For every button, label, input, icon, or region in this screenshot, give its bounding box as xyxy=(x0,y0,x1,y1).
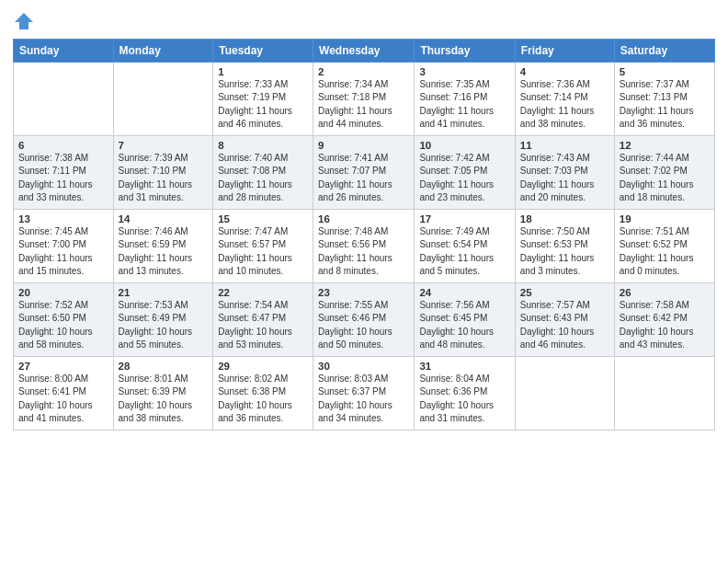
day-info: Sunrise: 7:38 AMSunset: 7:11 PMDaylight:… xyxy=(18,152,108,205)
day-info: Sunrise: 7:42 AMSunset: 7:05 PMDaylight:… xyxy=(419,152,509,205)
day-info: Sunrise: 7:54 AMSunset: 6:47 PMDaylight:… xyxy=(218,299,308,352)
day-number: 7 xyxy=(119,140,209,151)
calendar-week-row: 13Sunrise: 7:45 AMSunset: 7:00 PMDayligh… xyxy=(14,209,715,282)
calendar-week-row: 27Sunrise: 8:00 AMSunset: 6:41 PMDayligh… xyxy=(14,356,715,430)
day-number: 21 xyxy=(119,287,209,298)
day-of-week-saturday: Saturday xyxy=(614,39,714,62)
day-info: Sunrise: 7:45 AMSunset: 7:00 PMDaylight:… xyxy=(18,225,108,279)
calendar-week-row: 20Sunrise: 7:52 AMSunset: 6:50 PMDayligh… xyxy=(14,282,715,356)
calendar-cell: 28Sunrise: 8:01 AMSunset: 6:39 PMDayligh… xyxy=(113,356,213,430)
calendar-cell: 10Sunrise: 7:42 AMSunset: 7:05 PMDayligh… xyxy=(415,135,515,209)
day-number: 22 xyxy=(218,287,308,298)
calendar-cell: 18Sunrise: 7:50 AMSunset: 6:53 PMDayligh… xyxy=(515,209,614,282)
calendar-cell: 29Sunrise: 8:02 AMSunset: 6:38 PMDayligh… xyxy=(213,356,313,430)
calendar-table: SundayMondayTuesdayWednesdayThursdayFrid… xyxy=(13,39,715,431)
calendar-cell: 23Sunrise: 7:55 AMSunset: 6:46 PMDayligh… xyxy=(313,282,415,356)
day-info: Sunrise: 7:56 AMSunset: 6:45 PMDaylight:… xyxy=(419,299,509,352)
day-number: 14 xyxy=(119,213,209,224)
day-info: Sunrise: 7:46 AMSunset: 6:59 PMDaylight:… xyxy=(119,225,209,279)
day-number: 29 xyxy=(218,361,308,372)
calendar-cell: 2Sunrise: 7:34 AMSunset: 7:18 PMDaylight… xyxy=(313,62,415,135)
logo xyxy=(13,13,33,31)
calendar-cell: 15Sunrise: 7:47 AMSunset: 6:57 PMDayligh… xyxy=(213,209,313,282)
calendar-cell: 13Sunrise: 7:45 AMSunset: 7:00 PMDayligh… xyxy=(14,209,114,282)
day-number: 19 xyxy=(620,213,710,224)
calendar-cell: 7Sunrise: 7:39 AMSunset: 7:10 PMDaylight… xyxy=(113,135,213,209)
day-info: Sunrise: 8:04 AMSunset: 6:36 PMDaylight:… xyxy=(419,373,509,426)
day-number: 4 xyxy=(520,66,609,77)
day-info: Sunrise: 7:43 AMSunset: 7:03 PMDaylight:… xyxy=(520,152,609,205)
day-number: 9 xyxy=(318,140,409,151)
day-info: Sunrise: 7:52 AMSunset: 6:50 PMDaylight:… xyxy=(18,299,108,352)
calendar-cell: 31Sunrise: 8:04 AMSunset: 6:36 PMDayligh… xyxy=(415,356,515,430)
day-number: 3 xyxy=(419,66,509,77)
day-number: 26 xyxy=(620,287,710,298)
day-info: Sunrise: 7:33 AMSunset: 7:19 PMDaylight:… xyxy=(218,78,308,132)
day-number: 10 xyxy=(419,140,509,151)
calendar-cell: 26Sunrise: 7:58 AMSunset: 6:42 PMDayligh… xyxy=(614,282,714,356)
day-info: Sunrise: 7:35 AMSunset: 7:16 PMDaylight:… xyxy=(419,78,509,132)
day-info: Sunrise: 7:49 AMSunset: 6:54 PMDaylight:… xyxy=(419,225,509,279)
day-number: 13 xyxy=(18,213,108,224)
calendar-cell xyxy=(14,62,114,135)
day-info: Sunrise: 7:47 AMSunset: 6:57 PMDaylight:… xyxy=(218,225,308,279)
header xyxy=(13,9,715,31)
day-number: 18 xyxy=(520,213,609,224)
day-of-week-monday: Monday xyxy=(113,39,213,62)
calendar-cell: 9Sunrise: 7:41 AMSunset: 7:07 PMDaylight… xyxy=(313,135,415,209)
day-number: 2 xyxy=(318,66,409,77)
calendar-cell: 27Sunrise: 8:00 AMSunset: 6:41 PMDayligh… xyxy=(14,356,114,430)
day-info: Sunrise: 7:57 AMSunset: 6:43 PMDaylight:… xyxy=(520,299,609,352)
day-number: 27 xyxy=(18,361,108,372)
calendar-cell: 1Sunrise: 7:33 AMSunset: 7:19 PMDaylight… xyxy=(213,62,313,135)
day-info: Sunrise: 7:58 AMSunset: 6:42 PMDaylight:… xyxy=(620,299,710,352)
day-number: 20 xyxy=(18,287,108,298)
day-number: 17 xyxy=(419,213,509,224)
svg-marker-0 xyxy=(15,13,33,29)
calendar-week-row: 6Sunrise: 7:38 AMSunset: 7:11 PMDaylight… xyxy=(14,135,715,209)
calendar-cell: 19Sunrise: 7:51 AMSunset: 6:52 PMDayligh… xyxy=(614,209,714,282)
day-number: 5 xyxy=(620,66,710,77)
calendar-cell: 17Sunrise: 7:49 AMSunset: 6:54 PMDayligh… xyxy=(415,209,515,282)
day-number: 28 xyxy=(119,361,209,372)
calendar-cell: 22Sunrise: 7:54 AMSunset: 6:47 PMDayligh… xyxy=(213,282,313,356)
day-info: Sunrise: 7:39 AMSunset: 7:10 PMDaylight:… xyxy=(119,152,209,205)
day-number: 23 xyxy=(318,287,409,298)
day-info: Sunrise: 7:37 AMSunset: 7:13 PMDaylight:… xyxy=(620,78,710,132)
calendar-cell: 5Sunrise: 7:37 AMSunset: 7:13 PMDaylight… xyxy=(614,62,714,135)
day-number: 8 xyxy=(218,140,308,151)
day-info: Sunrise: 7:53 AMSunset: 6:49 PMDaylight:… xyxy=(119,299,209,352)
day-number: 30 xyxy=(318,361,409,372)
day-number: 6 xyxy=(18,140,108,151)
day-number: 15 xyxy=(218,213,308,224)
day-number: 31 xyxy=(419,361,509,372)
calendar-cell: 6Sunrise: 7:38 AMSunset: 7:11 PMDaylight… xyxy=(14,135,114,209)
logo-icon xyxy=(15,13,33,29)
day-info: Sunrise: 8:01 AMSunset: 6:39 PMDaylight:… xyxy=(119,373,209,426)
day-number: 12 xyxy=(620,140,710,151)
day-of-week-wednesday: Wednesday xyxy=(313,39,415,62)
calendar-cell: 11Sunrise: 7:43 AMSunset: 7:03 PMDayligh… xyxy=(515,135,614,209)
day-info: Sunrise: 8:02 AMSunset: 6:38 PMDaylight:… xyxy=(218,373,308,426)
day-info: Sunrise: 7:51 AMSunset: 6:52 PMDaylight:… xyxy=(620,225,710,279)
calendar-cell: 12Sunrise: 7:44 AMSunset: 7:02 PMDayligh… xyxy=(614,135,714,209)
calendar-cell: 20Sunrise: 7:52 AMSunset: 6:50 PMDayligh… xyxy=(14,282,114,356)
day-number: 24 xyxy=(419,287,509,298)
day-of-week-sunday: Sunday xyxy=(14,39,114,62)
calendar-cell: 14Sunrise: 7:46 AMSunset: 6:59 PMDayligh… xyxy=(113,209,213,282)
day-info: Sunrise: 7:50 AMSunset: 6:53 PMDaylight:… xyxy=(520,225,609,279)
calendar-cell: 21Sunrise: 7:53 AMSunset: 6:49 PMDayligh… xyxy=(113,282,213,356)
day-info: Sunrise: 8:03 AMSunset: 6:37 PMDaylight:… xyxy=(318,373,409,426)
calendar-cell xyxy=(614,356,714,430)
day-info: Sunrise: 7:44 AMSunset: 7:02 PMDaylight:… xyxy=(620,152,710,205)
day-number: 11 xyxy=(520,140,609,151)
day-of-week-friday: Friday xyxy=(515,39,614,62)
day-info: Sunrise: 7:48 AMSunset: 6:56 PMDaylight:… xyxy=(318,225,409,279)
calendar-week-row: 1Sunrise: 7:33 AMSunset: 7:19 PMDaylight… xyxy=(14,62,715,135)
calendar-cell: 16Sunrise: 7:48 AMSunset: 6:56 PMDayligh… xyxy=(313,209,415,282)
calendar-cell xyxy=(515,356,614,430)
logo-area xyxy=(13,9,33,31)
calendar-cell: 3Sunrise: 7:35 AMSunset: 7:16 PMDaylight… xyxy=(415,62,515,135)
day-info: Sunrise: 7:34 AMSunset: 7:18 PMDaylight:… xyxy=(318,78,409,132)
day-number: 1 xyxy=(218,66,308,77)
